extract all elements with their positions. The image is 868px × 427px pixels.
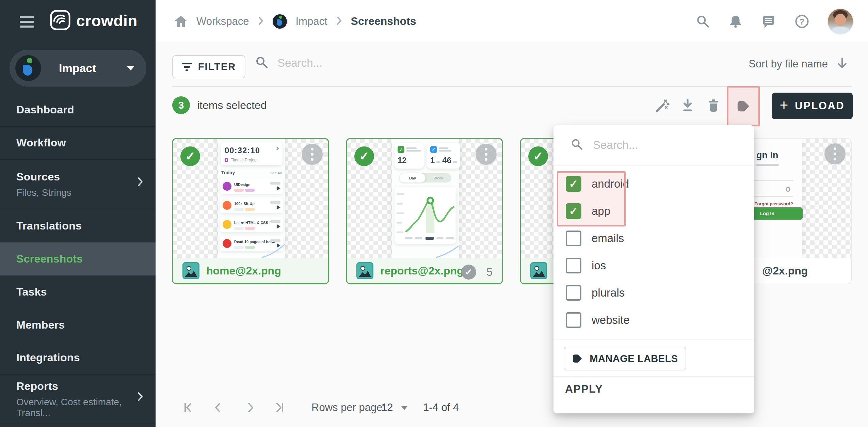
screenshot-filename[interactable]: @2x.png	[762, 265, 808, 277]
project-name: Impact	[59, 62, 96, 75]
sort-control[interactable]: Sort by file name	[749, 57, 848, 71]
divider	[553, 339, 754, 339]
label-option-app[interactable]: app	[553, 197, 754, 225]
search-icon	[570, 138, 583, 152]
upload-button[interactable]: + UPLOAD	[772, 93, 853, 119]
plus-icon: +	[780, 98, 788, 112]
label-option-plurals[interactable]: plurals	[553, 279, 754, 306]
last-page-button[interactable]	[273, 401, 287, 414]
first-page-button[interactable]	[181, 401, 195, 414]
user-avatar[interactable]	[828, 9, 853, 34]
crowdin-logo: crowdin	[50, 10, 138, 32]
sidebar-item-screenshots[interactable]: Screenshots	[0, 242, 156, 275]
messages-chat-icon[interactable]	[761, 14, 776, 29]
sidebar-item-sources[interactable]: Sources Files, Strings	[0, 160, 156, 209]
sidebar: crowdin Impact Dashboard Workflow Source…	[0, 0, 156, 427]
rows-per-page-label: Rows per page:	[311, 401, 385, 414]
notifications-bell-icon[interactable]	[728, 14, 743, 29]
search-input[interactable]	[277, 57, 488, 69]
checkbox-unchecked-icon[interactable]	[566, 258, 581, 273]
selected-check-icon[interactable]	[180, 146, 200, 166]
previous-page-button[interactable]	[211, 401, 225, 414]
next-page-button[interactable]	[244, 401, 257, 414]
screenshot-filename[interactable]: reports@2x.png	[380, 265, 464, 277]
labels-dropdown: android app emails ios plurals website M…	[553, 125, 754, 413]
arrow-down-icon	[836, 57, 848, 71]
label-option-website[interactable]: website	[553, 306, 754, 334]
checkbox-checked-icon[interactable]	[566, 203, 581, 219]
search-field	[255, 56, 488, 70]
checkbox-unchecked-icon[interactable]	[566, 231, 581, 246]
screenshot-card-reports[interactable]: 12 146 Day Week	[346, 138, 503, 284]
download-button[interactable]	[677, 95, 698, 116]
home-icon[interactable]	[174, 15, 188, 28]
check-icon	[398, 146, 404, 153]
card-menu-kebab-icon[interactable]	[476, 144, 497, 165]
tagged-strings-check-icon	[461, 265, 476, 280]
selected-check-icon[interactable]	[528, 146, 548, 166]
card-menu-kebab-icon[interactable]	[824, 143, 846, 164]
card-footer: home@2x.png	[173, 258, 328, 283]
project-selector[interactable]: Impact	[10, 50, 146, 86]
breadcrumb-project[interactable]: Impact	[296, 15, 327, 28]
pagination-range: 1-4 of 4	[423, 401, 459, 414]
sidebar-item-integrations[interactable]: Integrations	[0, 342, 156, 375]
sidebar-item-reports-subtitle: Overview, Cost estimate, Transl...	[16, 397, 156, 418]
filter-button[interactable]: FILTER	[172, 55, 245, 78]
sidebar-item-members[interactable]: Members	[0, 309, 156, 342]
project-avatar	[15, 55, 41, 81]
chevron-right-icon	[336, 16, 342, 27]
topbar-actions: ?	[696, 0, 853, 43]
manage-labels-button[interactable]: MANAGE LABELS	[564, 347, 686, 370]
search-icon[interactable]	[696, 14, 710, 29]
labels-search-input[interactable]	[593, 139, 729, 152]
checkbox-checked-icon[interactable]	[566, 176, 581, 192]
rows-per-page-value[interactable]: 12	[381, 401, 393, 414]
labels-button-highlighted[interactable]	[727, 86, 760, 126]
checkbox-unchecked-icon[interactable]	[566, 285, 581, 301]
selected-check-icon[interactable]	[354, 146, 374, 166]
labels-search-field	[553, 125, 754, 165]
svg-text:?: ?	[800, 17, 805, 26]
main-content: FILTER Sort by file name 3 items selecte…	[156, 43, 868, 427]
thumb-timer: 00:32:10	[225, 146, 278, 155]
check-icon	[430, 146, 437, 153]
card-menu-kebab-icon[interactable]	[302, 144, 323, 165]
screenshot-filename[interactable]: home@2x.png	[206, 265, 281, 277]
trash-icon	[707, 98, 720, 113]
label-option-android[interactable]: android	[553, 170, 754, 197]
help-icon[interactable]: ?	[794, 14, 809, 29]
label-tag-icon	[572, 353, 583, 364]
auto-tag-wand-button[interactable]	[652, 95, 673, 116]
selected-count-badge: 3	[172, 96, 190, 114]
chevron-right-icon	[137, 177, 143, 188]
apply-button[interactable]: APPLY	[565, 383, 603, 395]
sidebar-item-dashboard[interactable]: Dashboard	[0, 94, 156, 127]
sidebar-item-tasks[interactable]: Tasks	[0, 275, 156, 309]
image-file-icon	[530, 262, 547, 279]
label-option-ios[interactable]: ios	[553, 252, 754, 279]
breadcrumb-workspace[interactable]: Workspace	[196, 15, 249, 28]
sidebar-item-workflow[interactable]: Workflow	[0, 127, 156, 160]
divider	[553, 376, 754, 377]
image-file-icon	[182, 262, 199, 279]
label-option-emails[interactable]: emails	[553, 225, 754, 252]
download-icon	[680, 98, 695, 113]
search-icon	[255, 56, 269, 70]
image-file-icon	[356, 262, 373, 279]
tagged-strings-count: 5	[486, 265, 493, 280]
chevron-right-icon	[137, 392, 143, 403]
sidebar-item-reports[interactable]: Reports Overview, Cost estimate, Transl.…	[0, 375, 156, 424]
sidebar-item-sources-subtitle: Files, Strings	[16, 187, 156, 198]
breadcrumb-project-avatar	[273, 14, 287, 29]
hamburger-menu-icon[interactable]	[20, 16, 34, 28]
screenshot-card-home[interactable]: 00:32:10 Fitness Project Today See All U…	[172, 138, 329, 284]
day-week-toggle: Day Week	[400, 173, 451, 183]
crowdin-logo-icon	[50, 10, 71, 32]
brand-name: crowdin	[76, 12, 138, 30]
delete-button[interactable]	[703, 95, 724, 116]
checkbox-unchecked-icon[interactable]	[566, 312, 581, 328]
filter-icon	[182, 63, 192, 71]
sidebar-item-translations[interactable]: Translations	[0, 209, 156, 242]
chevron-down-icon[interactable]	[401, 406, 407, 413]
